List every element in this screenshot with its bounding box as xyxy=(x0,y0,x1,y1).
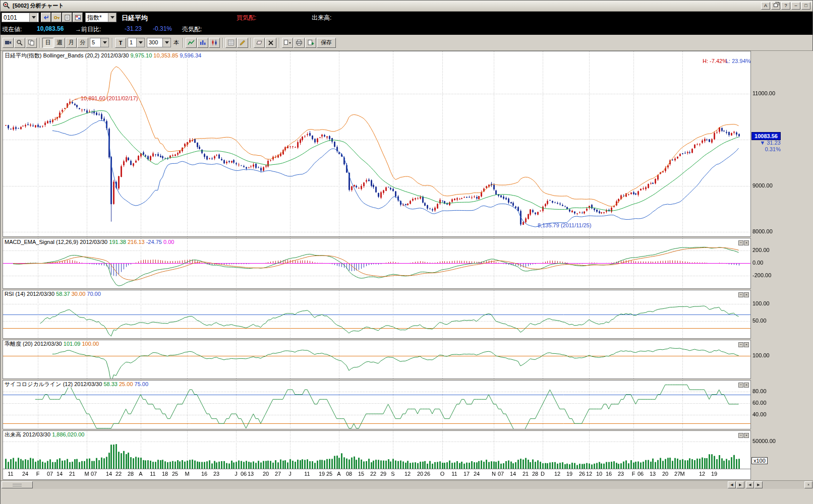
copy-image-button[interactable] xyxy=(282,38,293,48)
peak-annotation: ← 10,891.60 (2011/02/17) xyxy=(74,95,138,101)
tick-count-value: 1 xyxy=(128,38,136,47)
period-minute-button[interactable]: 分 xyxy=(77,38,88,48)
chevron-down-icon[interactable] xyxy=(100,38,108,47)
current-price-tag: 10083.56 xyxy=(751,132,781,140)
app-window: [5002] 分析チャート A ? – □ 指数* 日経平均 xyxy=(0,0,813,504)
tick-mode-button[interactable]: T xyxy=(115,38,126,48)
category-combo[interactable]: 指数* xyxy=(85,13,117,22)
bar-count-value: 300 xyxy=(147,38,162,47)
scroll-left-button[interactable]: ◀ xyxy=(728,481,736,488)
scroll-page-left-button[interactable]: ◀ xyxy=(746,481,754,488)
eraser-button[interactable] xyxy=(254,38,265,48)
titlebar[interactable]: [5002] 分析チャート A ? – □ xyxy=(1,1,812,12)
panel-minimize-button[interactable]: − xyxy=(738,433,743,438)
maximize-button[interactable]: □ xyxy=(801,2,810,10)
bar-chart-icon xyxy=(199,39,206,46)
magnifier-icon xyxy=(16,39,23,46)
symbol-code-input[interactable] xyxy=(2,13,29,22)
quote-bar-bottom: 現在値: 10,083.56 →前日比: -31.23 -0.31% 売気配: xyxy=(1,23,812,35)
minute-period-select[interactable]: 5 xyxy=(90,38,109,47)
bottom-filler xyxy=(1,489,813,504)
panel-minimize-button[interactable]: − xyxy=(738,383,743,388)
change-label: →前日比: xyxy=(75,25,101,34)
return-arrow-icon xyxy=(43,15,49,21)
panel-controls: −× xyxy=(738,381,749,388)
video-icon xyxy=(5,39,12,46)
panel-close-button[interactable]: × xyxy=(744,433,749,438)
panel-close-button[interactable]: × xyxy=(744,292,749,297)
scrollbar-thumb[interactable] xyxy=(2,481,33,488)
panel-header-segment: 58.37 xyxy=(56,291,72,297)
candlestick-button[interactable] xyxy=(209,38,220,48)
line-chart-button[interactable] xyxy=(186,38,197,48)
symbol-code-combo[interactable] xyxy=(2,13,39,22)
price-panel xyxy=(3,51,751,237)
video-button[interactable] xyxy=(3,38,14,48)
ask-label: 売気配: xyxy=(182,25,202,34)
horizontal-scrollbar[interactable]: ◀ ▶ ◀ ▶ × xyxy=(1,480,813,489)
panel-controls: −× xyxy=(738,239,749,245)
help-button[interactable]: ? xyxy=(781,2,790,10)
export-button[interactable] xyxy=(305,38,316,48)
y-axis-label: 8000.00 xyxy=(752,228,773,234)
panel-controls: −× xyxy=(738,341,749,347)
font-size-button[interactable]: A xyxy=(761,2,770,10)
toolbar-separator xyxy=(222,38,223,48)
chevron-down-icon[interactable] xyxy=(108,13,116,22)
grid-toggle-button[interactable] xyxy=(225,38,237,48)
new-window-button[interactable] xyxy=(771,2,780,10)
window-title: [5002] 分析チャート xyxy=(13,2,64,10)
pencil-icon xyxy=(239,39,246,46)
memo-button[interactable] xyxy=(62,13,72,22)
panel-controls: −× xyxy=(738,291,749,297)
draw-button[interactable] xyxy=(237,38,248,48)
panel-close-button[interactable]: × xyxy=(744,240,749,245)
save-button[interactable]: 保存 xyxy=(317,38,336,48)
copy-chart-button[interactable] xyxy=(26,38,37,48)
panel-header-segment: 乖離度 (20) 2012/03/30 xyxy=(5,341,64,347)
price-tag-percent: 0.31% xyxy=(751,146,781,152)
panel-close-button[interactable]: × xyxy=(744,342,749,347)
panel-header-segment: 25.00 xyxy=(119,381,135,387)
period-month-button[interactable]: 月 xyxy=(66,38,77,48)
scrollbar-close-button[interactable]: × xyxy=(804,481,812,488)
period-day-button[interactable]: 日 xyxy=(42,38,53,48)
bar-chart-button[interactable] xyxy=(197,38,208,48)
panel-header-segment: サイコロジカルライン (12) 2012/03/30 xyxy=(5,381,103,387)
toolbar-separator xyxy=(39,38,40,48)
window-copy-icon xyxy=(774,4,778,7)
minimize-button[interactable]: – xyxy=(791,2,800,10)
panel-minimize-button[interactable]: − xyxy=(738,292,743,297)
y-axis-label: 50000.00 xyxy=(752,438,776,444)
board-button[interactable] xyxy=(73,13,83,22)
x-axis-strip xyxy=(3,469,751,480)
change-value: -31.23 xyxy=(125,25,142,32)
chevron-down-icon[interactable] xyxy=(162,38,170,47)
period-week-button[interactable]: 週 xyxy=(54,38,65,48)
print-button[interactable] xyxy=(294,38,305,48)
delete-drawing-button[interactable] xyxy=(265,38,276,48)
panel-header-segment: 100.00 xyxy=(82,341,99,347)
zoom-button[interactable] xyxy=(14,38,25,48)
panel-header-segment: 日経平均(指数) Bollinger_Bands (20,2) 2012/03/… xyxy=(5,52,130,58)
panel-header-segment: 75.00 xyxy=(135,381,149,387)
panel-header-segment: RSI (14) 2012/03/30 xyxy=(5,291,56,297)
tick-count-select[interactable]: 1 xyxy=(128,38,145,47)
document-plus-icon xyxy=(307,39,314,46)
panel-header-segment: 58.33 xyxy=(103,381,119,387)
toolbar-separator xyxy=(183,38,184,48)
scroll-page-right-button[interactable]: ▶ xyxy=(754,481,763,488)
back-button[interactable] xyxy=(41,13,51,22)
panel-close-button[interactable]: × xyxy=(744,383,749,388)
chevron-down-icon[interactable] xyxy=(136,38,144,47)
rsi-panel-header: RSI (14) 2012/03/30 58.37 30.00 70.00 xyxy=(5,291,102,297)
key-button[interactable] xyxy=(51,13,62,22)
rsi-panel xyxy=(3,290,751,339)
panel-minimize-button[interactable]: − xyxy=(738,342,743,347)
printer-icon xyxy=(296,39,303,46)
panel-minimize-button[interactable]: − xyxy=(738,240,743,245)
bar-count-select[interactable]: 300 xyxy=(147,38,171,47)
deviation-panel xyxy=(3,340,751,379)
chevron-down-icon[interactable] xyxy=(29,13,37,22)
scroll-right-button[interactable]: ▶ xyxy=(736,481,744,488)
